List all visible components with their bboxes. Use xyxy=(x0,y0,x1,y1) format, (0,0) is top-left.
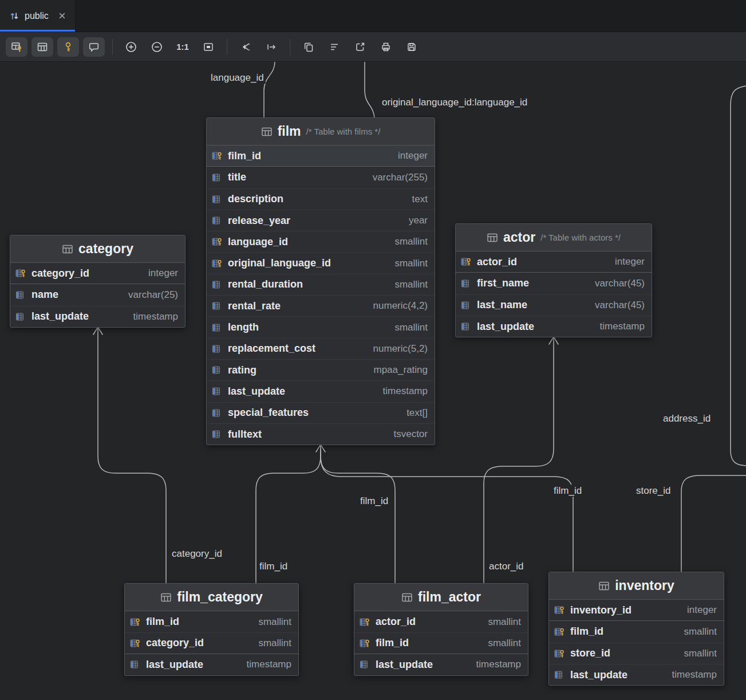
column-film-replacement_cost[interactable]: replacement_costnumeric(5,2) xyxy=(207,338,435,359)
diagram-list-button[interactable] xyxy=(323,37,345,57)
edge-label: actor_id xyxy=(487,560,525,572)
column-film-rental_rate[interactable]: rental_ratenumeric(4,2) xyxy=(207,295,435,316)
column-name: film_id xyxy=(228,150,261,162)
column-type: text[] xyxy=(398,407,428,419)
table-key-icon xyxy=(11,41,22,53)
table-film_actor[interactable]: film_actoractor_idsmallintfilm_idsmallin… xyxy=(354,583,528,676)
fit-content-button[interactable] xyxy=(198,37,219,57)
column-film_actor-last_update[interactable]: last_updatetimestamp xyxy=(354,654,528,675)
column-name: fulltext xyxy=(228,428,262,441)
table-header-category[interactable]: category xyxy=(10,235,185,263)
apply-layout-button[interactable] xyxy=(260,37,282,57)
column-film-title[interactable]: titlevarchar(255) xyxy=(207,167,435,188)
print-button[interactable] xyxy=(375,37,397,57)
column-name: description xyxy=(228,193,283,205)
column-film_actor-actor_id[interactable]: actor_idsmallint xyxy=(354,611,528,632)
column-type: smallint xyxy=(480,616,521,628)
column-film-language_id[interactable]: language_idsmallint xyxy=(207,231,435,252)
table-category[interactable]: categorycategory_idintegernamevarchar(25… xyxy=(10,235,185,328)
zoom-in-button[interactable] xyxy=(120,37,142,57)
edge-label: address_id xyxy=(661,412,712,424)
copy-icon xyxy=(303,41,314,53)
column-film-original_language_id[interactable]: original_language_idsmallint xyxy=(207,252,435,273)
primary-key-icon xyxy=(360,618,370,627)
column-actor-actor_id[interactable]: actor_idinteger xyxy=(456,251,652,273)
table-header-film_actor[interactable]: film_actor xyxy=(354,584,528,611)
column-type: smallint xyxy=(480,638,521,649)
column-name: last_update xyxy=(477,321,534,333)
show-columns-button[interactable] xyxy=(31,37,53,57)
column-film_category-category_id[interactable]: category_idsmallint xyxy=(125,632,298,654)
edge-label: language_id xyxy=(209,72,266,84)
table-header-film_category[interactable]: film_category xyxy=(125,584,298,611)
primary-key-icon xyxy=(212,151,223,160)
column-type: numeric(4,2) xyxy=(365,300,428,312)
toolbar-separator xyxy=(112,39,113,55)
table-header-inventory[interactable]: inventory xyxy=(549,572,724,600)
column-film-release_year[interactable]: release_yearyear xyxy=(207,210,435,231)
column-icon xyxy=(212,344,223,353)
column-type: varchar(45) xyxy=(587,278,645,289)
toolbar-separator xyxy=(290,39,290,55)
column-actor-last_name[interactable]: last_namevarchar(45) xyxy=(456,294,652,316)
column-film-rental_duration[interactable]: rental_durationsmallint xyxy=(207,274,435,295)
column-name: category_id xyxy=(31,268,89,280)
column-icon xyxy=(212,408,223,418)
table-film_category[interactable]: film_categoryfilm_idsmallintcategory_ids… xyxy=(124,583,299,676)
column-icon xyxy=(212,430,223,439)
column-icon xyxy=(212,387,223,396)
table-header-actor[interactable]: actor/* Table with actors */ xyxy=(456,224,652,251)
route-edges-button[interactable] xyxy=(235,37,256,57)
show-keys-button[interactable] xyxy=(57,37,79,57)
table-film[interactable]: film/* Table with films */film_idinteger… xyxy=(206,117,435,445)
column-inventory-store_id[interactable]: store_idsmallint xyxy=(549,643,724,664)
column-film-length[interactable]: lengthsmallint xyxy=(207,316,435,337)
column-name: replacement_cost xyxy=(228,343,315,355)
actual-size-button[interactable]: 1:1 xyxy=(172,37,194,57)
diagram-canvas[interactable]: language_idoriginal_language_id:language… xyxy=(0,0,746,700)
column-film_actor-film_id[interactable]: film_idsmallint xyxy=(354,632,528,654)
tab-public[interactable]: public xyxy=(0,0,76,32)
column-film-last_update[interactable]: last_updatetimestamp xyxy=(207,380,435,402)
export-diagram-button[interactable] xyxy=(349,37,371,57)
column-type: smallint xyxy=(250,616,291,628)
column-inventory-inventory_id[interactable]: inventory_idinteger xyxy=(549,600,724,621)
save-button[interactable] xyxy=(401,37,423,57)
column-film-fulltext[interactable]: fulltexttsvector xyxy=(207,423,435,445)
column-film-film_id[interactable]: film_idinteger xyxy=(207,145,435,167)
column-icon xyxy=(130,660,141,669)
zoom-out-button[interactable] xyxy=(146,37,168,57)
primary-key-icon xyxy=(130,618,141,627)
column-icon xyxy=(15,312,26,321)
show-comments-button[interactable] xyxy=(83,37,105,57)
column-film_category-film_id[interactable]: film_idsmallint xyxy=(125,611,298,632)
column-category-name[interactable]: namevarchar(25) xyxy=(10,284,185,305)
column-type: mpaa_rating xyxy=(365,364,428,376)
column-name: film_id xyxy=(146,616,179,628)
column-inventory-last_update[interactable]: last_updatetimestamp xyxy=(549,664,724,685)
column-film-special_features[interactable]: special_featurestext[] xyxy=(207,402,435,423)
copy-diagram-button[interactable] xyxy=(298,37,319,57)
column-film-description[interactable]: descriptiontext xyxy=(207,188,435,210)
zoom-out-icon xyxy=(151,41,163,53)
column-icon xyxy=(554,670,565,679)
column-name: category_id xyxy=(146,637,204,649)
column-type: varchar(45) xyxy=(587,300,645,311)
column-inventory-film_id[interactable]: film_idsmallint xyxy=(549,621,724,642)
column-actor-first_name[interactable]: first_namevarchar(45) xyxy=(456,273,652,294)
column-actor-last_update[interactable]: last_updatetimestamp xyxy=(456,316,652,337)
column-film_category-last_update[interactable]: last_updatetimestamp xyxy=(125,654,298,675)
column-type: timestamp xyxy=(375,386,428,397)
show-key-columns-button[interactable] xyxy=(6,37,27,57)
table-actor[interactable]: actor/* Table with actors */actor_idinte… xyxy=(455,223,652,337)
arrow-merge-left-icon xyxy=(240,41,251,53)
column-category-last_update[interactable]: last_updatetimestamp xyxy=(10,306,185,327)
table-header-film[interactable]: film/* Table with films */ xyxy=(207,118,435,145)
tab-close-icon[interactable] xyxy=(58,12,66,19)
column-icon xyxy=(15,290,26,300)
edge-original_language_id:language_id xyxy=(365,62,374,118)
table-inventory[interactable]: inventoryinventory_idintegerfilm_idsmall… xyxy=(548,572,724,686)
column-icon xyxy=(212,173,223,182)
column-film-rating[interactable]: ratingmpaa_rating xyxy=(207,359,435,380)
column-category-category_id[interactable]: category_idinteger xyxy=(10,263,185,284)
